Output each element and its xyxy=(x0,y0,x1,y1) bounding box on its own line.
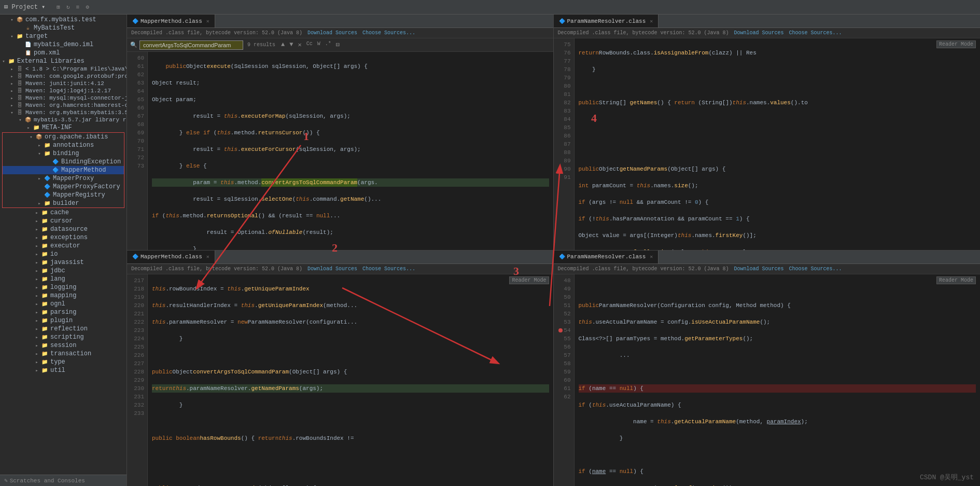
arrow-scripting: ▸ xyxy=(33,335,40,340)
search-close[interactable]: ✕ xyxy=(296,40,303,49)
tab-mapper-method-top[interactable]: 🔷 MapperMethod.class ✕ xyxy=(127,15,215,27)
download-sources-bottom-right[interactable]: Download Sources xyxy=(734,266,784,272)
code-editor-bottom-right[interactable]: Reader Mode 48495051 525354 55565758 596… xyxy=(554,274,981,487)
icon-collapse[interactable]: ≡ xyxy=(74,3,82,11)
project-dropdown[interactable]: ⊞ Project ▾ xyxy=(4,3,45,11)
arrow-org-apache: ▾ xyxy=(27,134,35,140)
sidebar-item-mapper-registry[interactable]: 🔷 MapperRegistry xyxy=(3,191,124,199)
sidebar-item-junit[interactable]: ▸ 🗄 Maven: junit:junit:4.12 xyxy=(0,80,127,87)
title-bar: ⊞ Project ▾ ⊞ ↻ ≡ ⚙ xyxy=(0,0,980,15)
sidebar-item-javassist[interactable]: ▸ 📁 javassist xyxy=(0,258,127,267)
sidebar-item-ognl[interactable]: ▸ 📁 ognl xyxy=(0,300,127,308)
sidebar-item-session[interactable]: ▸ 📁 session xyxy=(0,341,127,350)
sidebar-item-mysql[interactable]: ▸ 🗄 Maven: mysql:mysql-connector-java:8.… xyxy=(0,94,127,102)
download-sources-top-right[interactable]: Download Sources xyxy=(734,30,784,36)
br-line-50: this.useActualParamName = config.isUseAc… xyxy=(579,318,976,326)
sidebar-item-parsing[interactable]: ▸ 📁 parsing xyxy=(0,308,127,316)
search-prev[interactable]: ▲ xyxy=(279,40,286,49)
code-editor-bottom-left[interactable]: Reader Mode 217218219220 221222223224 22… xyxy=(127,274,553,487)
tab-close-bottom-right[interactable]: ✕ xyxy=(650,254,653,260)
folder-io-icon: 📁 xyxy=(40,251,49,257)
sidebar-item-meta-inf[interactable]: ▸ 📁 META-INF xyxy=(0,123,127,132)
sidebar-item-type[interactable]: ▸ 📁 type xyxy=(0,358,127,366)
choose-sources-top-left[interactable]: Choose Sources... xyxy=(362,30,415,36)
search-filter[interactable]: ⊟ xyxy=(334,40,341,49)
br-line-56: name = this.getActualParamName(method, p… xyxy=(579,418,976,426)
sidebar-item-mapper-proxy-factory[interactable]: 🔷 MapperProxyFactory xyxy=(3,183,124,191)
folder-exceptions-icon: 📁 xyxy=(40,234,49,241)
sidebar-item-cache[interactable]: ▸ 📁 cache xyxy=(0,209,127,217)
sidebar-item-org-apache-ibatis[interactable]: ▾ 📦 org.apache.ibatis xyxy=(3,133,124,141)
search-next[interactable]: ▼ xyxy=(288,40,295,49)
folder-binding-icon: 📁 xyxy=(43,150,51,157)
icon-settings[interactable]: ⊞ xyxy=(54,3,62,11)
sidebar-item-logging[interactable]: ▸ 📁 logging xyxy=(0,283,127,291)
sidebar-item-io[interactable]: ▸ 📁 io xyxy=(0,250,127,258)
sidebar-item-util[interactable]: ▸ 📁 util xyxy=(0,366,127,374)
br-line-55: if (this.useActualParamName) { xyxy=(579,401,976,409)
sidebar-item-mybatistest[interactable]: ☕ MyBatisTest xyxy=(0,24,127,32)
label-ognl: ognl xyxy=(50,300,127,308)
tab-mapper-method-bottom[interactable]: 🔷 MapperMethod.class ✕ xyxy=(127,251,215,263)
sidebar: ▾ 📦 com.fx.mybatis.test ☕ MyBatisTest ▾ … xyxy=(0,15,127,486)
sidebar-item-datasource[interactable]: ▸ 📁 datasource xyxy=(0,225,127,233)
label-mapper-proxy-factory: MapperProxyFactory xyxy=(53,183,124,190)
search-input-top-left[interactable] xyxy=(139,40,243,50)
choose-sources-bottom-right[interactable]: Choose Sources... xyxy=(789,266,842,272)
sidebar-item-scripting[interactable]: ▸ 📁 scripting xyxy=(0,333,127,341)
sidebar-item-mapper-method[interactable]: 🔷 MapperMethod xyxy=(3,166,124,174)
tab-close-top-left[interactable]: ✕ xyxy=(206,18,209,24)
tab-bar-top-right: 🔷 ParamNameResolver.class ✕ xyxy=(554,15,981,28)
sidebar-item-executor[interactable]: ▸ 📁 executor xyxy=(0,242,127,250)
sidebar-item-hamcrest[interactable]: ▸ 🗄 Maven: org.hamcrest:hamcrest-core:1.… xyxy=(0,102,127,109)
sidebar-item-reflection[interactable]: ▸ 📁 reflection xyxy=(0,325,127,333)
sidebar-item-target[interactable]: ▾ 📁 target xyxy=(0,32,127,40)
label-junit: Maven: junit:junit:4.12 xyxy=(25,80,127,87)
bottom-bar[interactable]: ✎ Scratches and Consoles xyxy=(0,475,127,486)
sidebar-item-jdk18[interactable]: ▸ 🗄 < 1.8 > C:\Program Files\Java\jdk1.8… xyxy=(0,65,127,73)
sidebar-item-binding[interactable]: ▾ 📁 binding xyxy=(3,149,124,158)
bl-line-217: this.rowBoundsIndex = this.getUniquePara… xyxy=(152,285,549,293)
icon-gear[interactable]: ⚙ xyxy=(83,3,91,11)
sidebar-item-mybatis-jar-root[interactable]: ▾ 📦 mybatis-3.5.7.jar library root xyxy=(0,116,127,123)
tab-close-top-right[interactable]: ✕ xyxy=(650,18,653,24)
code-editor-top-right[interactable]: Reader Mode 75767778 79808182 83848586 8… xyxy=(554,38,981,250)
tab-param-resolver-top[interactable]: 🔷 ParamNameResolver.class ✕ xyxy=(554,15,659,27)
jar-hamcrest-icon: 🗄 xyxy=(16,102,24,108)
sidebar-item-external-libs[interactable]: ▾ 📁 External Libraries xyxy=(0,57,127,65)
label-mapper-method: MapperMethod xyxy=(61,166,124,174)
search-opt1[interactable]: Cc xyxy=(305,40,314,49)
arrow-com-fx: ▾ xyxy=(8,17,16,23)
sidebar-item-mybatis-jar[interactable]: ▾ 🗄 Maven: org.mybatis:mybatis:3.5.7 xyxy=(0,109,127,116)
sidebar-item-transaction[interactable]: ▸ 📁 transaction xyxy=(0,350,127,358)
sidebar-item-annotations[interactable]: ▸ 📁 annotations xyxy=(3,141,124,149)
sidebar-item-cursor[interactable]: ▸ 📁 cursor xyxy=(0,217,127,225)
sidebar-item-mapper-proxy[interactable]: ▸ 🔷 MapperProxy xyxy=(3,174,124,183)
icon-sync[interactable]: ↻ xyxy=(64,3,72,11)
sidebar-item-jdbc[interactable]: ▸ 📁 jdbc xyxy=(0,267,127,275)
sidebar-item-binding-exception[interactable]: 🔷 BindingException xyxy=(3,158,124,166)
decompiled-text-top-left: Decompiled .class file, bytecode version… xyxy=(131,30,302,36)
sidebar-item-builder-folder[interactable]: ▸ 📁 builder xyxy=(3,199,124,207)
sidebar-item-protobuf[interactable]: ▸ 🗄 Maven: com.google.protobuf:protobuf-… xyxy=(0,73,127,80)
sidebar-item-lang[interactable]: ▸ 📁 lang xyxy=(0,275,127,283)
choose-sources-top-right[interactable]: Choose Sources... xyxy=(789,30,842,36)
sidebar-item-exceptions[interactable]: ▸ 📁 exceptions xyxy=(0,233,127,242)
choose-sources-bottom-left[interactable]: Choose Sources... xyxy=(362,266,415,272)
class-tab-icon-br: 🔷 xyxy=(559,254,565,260)
tab-param-resolver-bottom[interactable]: 🔷 ParamNameResolver.class ✕ xyxy=(554,251,659,263)
sidebar-item-pom-xml[interactable]: 📋 pom.xml xyxy=(0,49,127,57)
sidebar-item-com-fx-mybatis[interactable]: ▾ 📦 com.fx.mybatis.test xyxy=(0,16,127,24)
sidebar-item-log4j[interactable]: ▸ 🗄 Maven: log4j:log4j:1.2.17 xyxy=(0,87,127,94)
search-opt2[interactable]: W xyxy=(316,40,322,49)
line-78: public String[] getNames() { return (Str… xyxy=(579,99,976,107)
sidebar-item-mybatis-demo[interactable]: 📄 mybatis_demo.iml xyxy=(0,40,127,49)
download-sources-bottom-left[interactable]: Download Sources xyxy=(307,266,357,272)
tab-close-bottom-left[interactable]: ✕ xyxy=(206,254,209,260)
bl-line-219: this.paramNameResolver = new ParamNameRe… xyxy=(152,318,549,326)
sidebar-item-plugin[interactable]: ▸ 📁 plugin xyxy=(0,316,127,325)
code-editor-top-left[interactable]: 60616263 64656667 68697071 7273 public O… xyxy=(127,52,553,250)
download-sources-top-left[interactable]: Download Sources xyxy=(307,30,357,36)
search-opt3[interactable]: .* xyxy=(324,40,333,49)
sidebar-item-mapping[interactable]: ▸ 📁 mapping xyxy=(0,291,127,300)
